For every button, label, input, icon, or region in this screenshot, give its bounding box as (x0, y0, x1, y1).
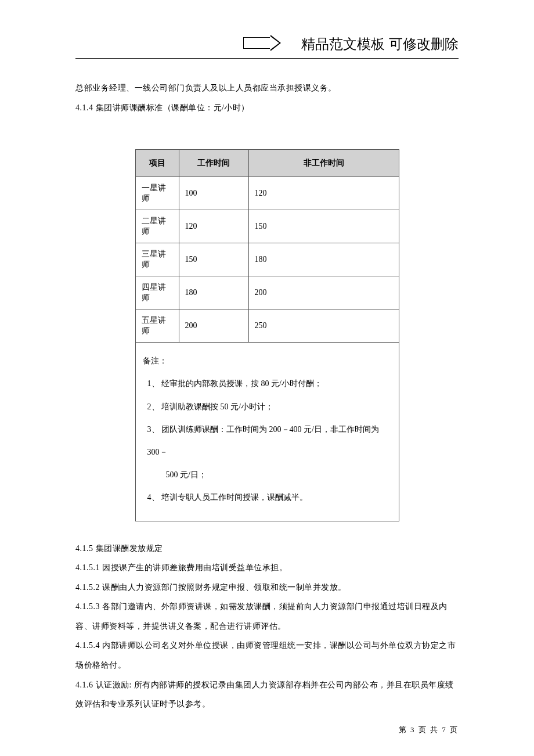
page-footer: 第 3 页 共 7 页 (399, 725, 459, 735)
table-cell: 五星讲师 (135, 309, 179, 343)
paragraph: 4.1.4 集团讲师课酬标准（课酬单位：元/小时） (75, 98, 459, 118)
table-cell: 180 (248, 243, 399, 276)
table-cell: 200 (179, 309, 248, 343)
table-cell: 180 (179, 276, 248, 309)
table-row: 四星讲师 180 200 (135, 276, 399, 309)
paragraph: 4.1.5.1 因授课产生的讲师差旅费用由培训受益单位承担。 (75, 558, 459, 578)
fee-table-wrap: 项目 工作时间 非工作时间 一星讲师 100 120 二星讲师 120 150 (135, 149, 399, 521)
remark-item: 2、 培训助教课酬按 50 元/小时计； (143, 395, 392, 418)
paragraph: 4.1.5.2 课酬由人力资源部门按照财务规定申报、领取和统一制单并发放。 (75, 578, 459, 597)
paragraph: 4.1.6 认证激励: 所有内部讲师的授权记录由集团人力资源部存档并在公司内部公… (75, 675, 459, 714)
document-header: 精品范文模板 可修改删除 (75, 35, 459, 59)
table-header: 工作时间 (179, 150, 248, 177)
remark-item: 4、 培训专职人员工作时间授课，课酬减半。 (143, 486, 392, 509)
table-cell: 三星讲师 (135, 243, 179, 276)
table-row: 二星讲师 120 150 (135, 210, 399, 243)
table-cell: 200 (248, 276, 399, 309)
arrow-icon (243, 35, 281, 51)
table-cell: 四星讲师 (135, 276, 179, 309)
paragraph: 总部业务经理、一线公司部门负责人及以上人员都应当承担授课义务。 (75, 78, 459, 98)
table-cell: 二星讲师 (135, 210, 179, 243)
table-remark-cell: 备注： 1、 经审批的内部教员授课，按 80 元/小时付酬； 2、 培训助教课酬… (135, 343, 399, 521)
table-header: 非工作时间 (248, 150, 399, 177)
table-cell: 120 (179, 210, 248, 243)
fee-table: 项目 工作时间 非工作时间 一星讲师 100 120 二星讲师 120 150 (135, 149, 399, 521)
remark-item: 3、 团队训练师课酬：工作时间为 200－400 元/日，非工作时间为 300－ (143, 418, 392, 463)
table-row: 一星讲师 100 120 (135, 177, 399, 210)
paragraph: 4.1.5.3 各部门邀请内、外部师资讲课，如需发放课酬，须提前向人力资源部门申… (75, 597, 459, 636)
table-row: 五星讲师 200 250 (135, 309, 399, 343)
table-cell: 150 (248, 210, 399, 243)
remark-item: 1、 经审批的内部教员授课，按 80 元/小时付酬； (143, 372, 392, 395)
table-row: 三星讲师 150 180 (135, 243, 399, 276)
table-header: 项目 (135, 150, 179, 177)
table-cell: 一星讲师 (135, 177, 179, 210)
document-body: 总部业务经理、一线公司部门负责人及以上人员都应当承担授课义务。 4.1.4 集团… (75, 76, 459, 714)
remark-item-sub: 500 元/日； (143, 463, 392, 486)
table-cell: 150 (179, 243, 248, 276)
paragraph: 4.1.5.4 内部讲师以公司名义对外单位授课，由师资管理组统一安排，课酬以公司… (75, 636, 459, 675)
table-cell: 120 (248, 177, 399, 210)
paragraph: 4.1.5 集团课酬发放规定 (75, 539, 459, 559)
table-cell: 250 (248, 309, 399, 343)
remark-title: 备注： (143, 350, 392, 372)
table-cell: 100 (179, 177, 248, 210)
table-remark-row: 备注： 1、 经审批的内部教员授课，按 80 元/小时付酬； 2、 培训助教课酬… (135, 343, 399, 521)
